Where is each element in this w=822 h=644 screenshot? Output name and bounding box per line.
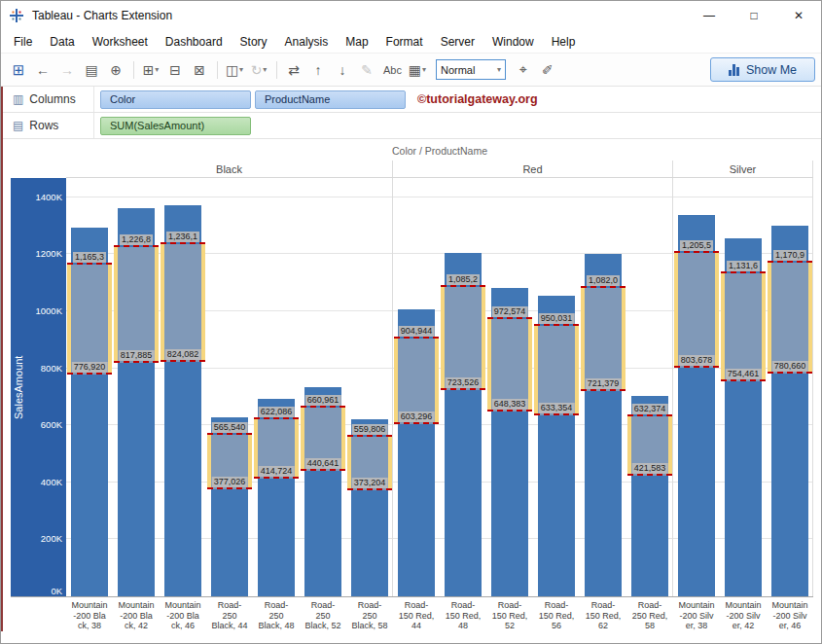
menu-item-help[interactable]: Help — [543, 35, 585, 49]
y-tick-label: 400K — [41, 477, 62, 487]
pane-header-row: BlackRedSilver — [66, 161, 813, 178]
minimize-button[interactable]: — — [687, 1, 732, 30]
pill-sum-salesamount[interactable]: SUM(SalesAmount) — [100, 117, 251, 135]
y-axis[interactable]: SalesAmount 0K200K400K600K800K1000K1200K… — [11, 178, 66, 596]
sort-ascending-button[interactable]: ↑ — [306, 57, 330, 83]
show-me-button[interactable]: Show Me — [710, 57, 815, 82]
x-label-group: Road-150 Red,44Road-150 Red,48Road-150 R… — [393, 597, 673, 631]
x-axis-label[interactable]: Mountain-200 Black, 42 — [113, 597, 160, 631]
pause-updates-button[interactable]: ⊟ — [163, 57, 187, 83]
close-button[interactable]: ✕ — [776, 1, 821, 30]
band-upper-line — [254, 417, 299, 419]
x-axis-label[interactable]: Road-150 Red,56 — [533, 597, 580, 631]
highlight-button[interactable]: ✎ — [355, 57, 378, 83]
run-updates-button[interactable]: ⊠ — [188, 57, 211, 83]
watermark: ©tutorialgateway.org — [417, 92, 538, 106]
menu-item-analysis[interactable]: Analysis — [276, 35, 338, 49]
new-worksheet-button[interactable]: ⊞▾ — [139, 57, 162, 83]
rows-shelf-tray[interactable]: SUM(SalesAmount) — [94, 113, 821, 138]
bar-slot: 1,236,1824,082 — [160, 178, 206, 596]
save-button[interactable]: ▤ — [80, 57, 103, 83]
x-axis-label[interactable]: Mountain-200 Silver, 46 — [767, 597, 813, 631]
menu-item-dashboard[interactable]: Dashboard — [157, 35, 232, 49]
add-data-source-button[interactable]: ⊕ — [104, 57, 127, 83]
x-axis-label[interactable]: Road-150 Red,62 — [580, 597, 626, 631]
duplicate-button[interactable]: ◫▾ — [223, 57, 246, 83]
menu-item-map[interactable]: Map — [337, 35, 376, 49]
band-upper-line — [114, 245, 159, 247]
maximize-button[interactable]: □ — [732, 1, 776, 30]
menu-item-data[interactable]: Data — [41, 35, 83, 49]
window-title: Tableau - Charts Extension — [32, 9, 172, 22]
edit-axis-icon[interactable]: ✐ — [536, 57, 559, 83]
x-label-group: Mountain-200 Black, 38Mountain-200 Black… — [66, 597, 393, 631]
menu-item-window[interactable]: Window — [483, 35, 543, 49]
bar-slot: 972,574648,383 — [486, 178, 533, 596]
toolbar-separator — [217, 61, 218, 79]
y-tick-label: 1400K — [36, 192, 62, 202]
rows-shelf: ▤ Rows SUM(SalesAmount) — [3, 113, 821, 139]
sort-descending-button[interactable]: ↓ — [331, 57, 354, 83]
y-tick-label: 800K — [41, 363, 62, 374]
start-page-icon[interactable]: ⊞ — [7, 57, 30, 83]
swap-rows-columns-button[interactable]: ⇄ — [282, 57, 305, 83]
pane-header-red[interactable]: Red — [393, 161, 673, 177]
band-overlay — [118, 247, 155, 364]
band-upper-label: 1,205,5 — [680, 240, 713, 251]
menu-item-story[interactable]: Story — [232, 35, 276, 49]
menu-item-file[interactable]: File — [5, 35, 41, 49]
pin-axes-button[interactable]: ⌖ — [512, 57, 535, 83]
band-lower-line — [581, 389, 625, 391]
band-lower-line — [114, 361, 159, 363]
pane-black: 1,165,3776,9201,226,8817,8851,236,1824,0… — [66, 178, 393, 596]
pane-header-silver[interactable]: Silver — [673, 161, 813, 177]
x-axis-label[interactable]: Road-150 Red,48 — [440, 597, 486, 631]
band-upper-line — [674, 251, 719, 253]
pane-header-black[interactable]: Black — [66, 161, 393, 177]
x-axis-label[interactable]: Road-250Black, 48 — [253, 597, 300, 631]
pill-productname[interactable]: ProductName — [255, 90, 406, 109]
pill-color[interactable]: Color — [100, 90, 251, 109]
undo-button[interactable]: ← — [31, 57, 54, 83]
band-lower-line — [207, 487, 252, 489]
bar-slot: 622,086414,724 — [253, 178, 300, 596]
band-upper-label: 622,086 — [259, 407, 295, 417]
columns-shelf: ▥ Columns ColorProductName ©tutorialgate… — [3, 87, 821, 113]
x-axis-label[interactable]: Mountain-200 Silver, 38 — [673, 597, 720, 631]
band-lower-line — [721, 379, 766, 381]
x-axis-label[interactable]: Road-250Black, 58 — [346, 597, 393, 631]
bar-slot: 1,205,5803,678 — [673, 178, 720, 596]
x-axis-label[interactable]: Mountain-200 Black, 38 — [66, 597, 113, 631]
band-lower-label: 414,724 — [259, 466, 295, 477]
x-axis-label[interactable]: Road-250Black, 44 — [206, 597, 253, 631]
band-lower-label: 440,641 — [305, 458, 341, 469]
y-tick-label: 0K — [51, 586, 62, 596]
band-overlay — [164, 244, 201, 362]
band-lower-line — [67, 373, 112, 375]
show-mark-labels-button[interactable]: Abc — [379, 64, 406, 76]
menu-item-worksheet[interactable]: Worksheet — [84, 35, 157, 49]
fit-dropdown[interactable]: Normal ▾ — [436, 59, 506, 80]
menu-item-format[interactable]: Format — [377, 35, 432, 49]
band-lower-label: 780,660 — [772, 361, 808, 372]
rows-grid-icon: ▤ — [13, 119, 23, 132]
columns-grid-icon: ▥ — [13, 92, 23, 106]
title-bar: Tableau - Charts Extension — □ ✕ — [1, 1, 821, 30]
refresh-button[interactable]: ↻▾ — [247, 57, 270, 83]
x-axis-label[interactable]: Road-250Black, 52 — [300, 597, 346, 631]
band-upper-line — [394, 337, 439, 339]
x-axis-label[interactable]: Mountain-200 Black, 46 — [160, 597, 206, 631]
chart-type-button[interactable]: ▦▾ — [406, 57, 429, 83]
menu-item-server[interactable]: Server — [432, 35, 483, 49]
x-axis-label[interactable]: Road-250 Red,58 — [626, 597, 673, 631]
bar-slot: 565,540377,026 — [206, 178, 253, 596]
x-axis-label[interactable]: Mountain-200 Silver, 42 — [720, 597, 767, 631]
bar-slot: 660,961440,641 — [300, 178, 346, 596]
redo-button[interactable]: → — [55, 57, 79, 83]
band-lower-line — [627, 474, 672, 476]
bar-chart-icon — [729, 64, 739, 76]
band-upper-line — [161, 242, 205, 244]
x-axis-label[interactable]: Road-150 Red,52 — [486, 597, 533, 631]
x-axis-label[interactable]: Road-150 Red,44 — [393, 597, 440, 631]
columns-shelf-tray[interactable]: ColorProductName ©tutorialgateway.org — [94, 87, 821, 112]
